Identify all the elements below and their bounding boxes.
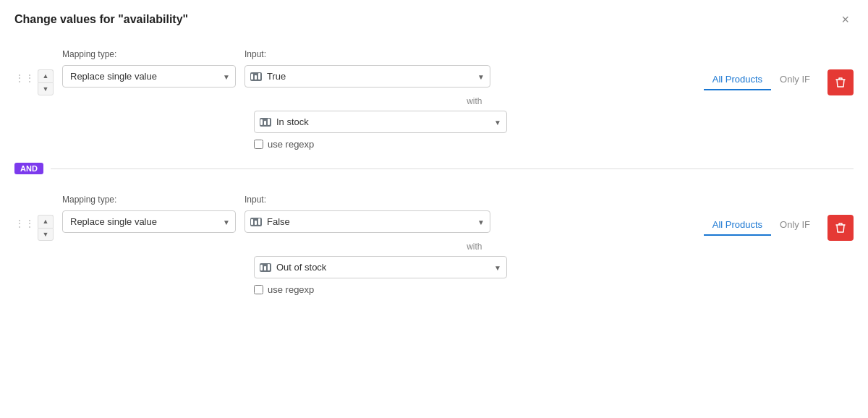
close-button[interactable]: ×: [837, 12, 854, 27]
rule2-regexp-row: use regexp: [254, 284, 695, 295]
rule1-only-if-tab[interactable]: Only IF: [771, 69, 819, 90]
rule2-with-section: with In stock: [62, 242, 695, 295]
rule2-input-icon: [250, 218, 262, 226]
rule2-right-controls: All Products Only IF: [704, 195, 854, 241]
dialog-header: Change values for "availability" ×: [0, 0, 868, 35]
reorder-buttons-2: ▲ ▼: [38, 215, 54, 241]
svg-rect-10: [264, 266, 266, 270]
svg-rect-8: [258, 218, 260, 225]
rule1-left-controls: ⋮⋮ ▲ ▼: [14, 49, 54, 95]
rule1-full-row: ⋮⋮ ▲ ▼ Mapping type: Replace single valu…: [14, 49, 854, 150]
rule1-mapping-section: Mapping type: Replace single value ▼: [62, 49, 236, 88]
svg-rect-7: [255, 221, 257, 225]
and-separator: AND: [0, 163, 868, 174]
svg-rect-0: [251, 74, 253, 80]
rule2-only-if-tab[interactable]: Only IF: [771, 215, 819, 236]
reorder-up-2[interactable]: ▲: [38, 215, 54, 228]
dialog-title: Change values for "availability": [14, 13, 188, 26]
rule1-top-fields: Mapping type: Replace single value ▼ Inp…: [62, 49, 695, 88]
svg-rect-1: [255, 75, 257, 80]
rule1-input-wrapper: True False ▼: [244, 65, 490, 88]
rule1-with-label: with: [254, 96, 695, 106]
rule1-center: Mapping type: Replace single value ▼ Inp…: [62, 49, 695, 150]
rule1-with-section: with In stock: [62, 96, 695, 150]
reorder-buttons-1: ▲ ▼: [38, 69, 54, 95]
rule1-regexp-row: use regexp: [254, 139, 695, 150]
rule2-center: Mapping type: Replace single value ▼ Inp…: [62, 195, 695, 295]
rule2-all-products-tab[interactable]: All Products: [704, 215, 771, 236]
rule1-regexp-checkbox[interactable]: [254, 140, 263, 149]
rule1-with-select[interactable]: In stock Out of stock: [254, 111, 507, 133]
and-badge: AND: [14, 163, 43, 174]
separator-line: [51, 169, 854, 169]
rule1-with-wrapper: In stock Out of stock ▼: [254, 111, 507, 133]
rule2-input-wrapper: True False ▼: [244, 210, 490, 233]
rule1-input-section: Input: True False: [244, 49, 490, 88]
rule2-top-fields: Mapping type: Replace single value ▼ Inp…: [62, 195, 695, 233]
rule1-mapping-select-wrapper: Replace single value ▼: [62, 65, 236, 88]
rule2-input-section: Input: True False: [244, 195, 490, 233]
dialog: Change values for "availability" × ⋮⋮ ▲ …: [0, 0, 868, 418]
rule2-left-controls: ⋮⋮ ▲ ▼: [14, 195, 54, 241]
rule2-target-tabs: All Products Only IF: [704, 215, 819, 236]
rule2-input-select[interactable]: True False: [244, 210, 490, 233]
rule2-input-label: Input:: [244, 195, 490, 205]
drag-handle-2[interactable]: ⋮⋮: [14, 195, 35, 229]
svg-rect-9: [260, 265, 263, 270]
reorder-up-1[interactable]: ▲: [38, 69, 54, 82]
rule2-mapping-select-wrapper: Replace single value ▼: [62, 210, 236, 233]
rule1-target-tabs: All Products Only IF: [704, 69, 819, 90]
svg-rect-5: [268, 119, 270, 125]
rule2-with-wrapper: In stock Out of stock ▼: [254, 256, 507, 278]
rule2-mapping-select[interactable]: Replace single value: [62, 210, 236, 233]
rule1-regexp-label[interactable]: use regexp: [268, 139, 314, 150]
rule1-mapping-label: Mapping type:: [62, 49, 236, 59]
rule2-with-row: In stock Out of stock ▼: [62, 256, 695, 278]
rule1-input-icon: [250, 72, 262, 81]
trash-icon-1: [835, 77, 846, 88]
svg-rect-6: [251, 219, 253, 225]
rule-block-1: ⋮⋮ ▲ ▼ Mapping type: Replace single valu…: [0, 35, 868, 157]
rule1-input-select[interactable]: True False: [244, 65, 490, 88]
svg-rect-2: [258, 73, 260, 80]
drag-handle-1[interactable]: ⋮⋮: [14, 49, 35, 84]
rule2-regexp-checkbox[interactable]: [254, 285, 263, 294]
rule-block-2: ⋮⋮ ▲ ▼ Mapping type: Replace single valu…: [0, 180, 868, 302]
rule2-with-select[interactable]: In stock Out of stock: [254, 256, 507, 278]
rule2-with-label: with: [254, 242, 695, 252]
trash-icon-2: [835, 222, 846, 234]
rule2-delete-button[interactable]: [827, 215, 854, 241]
svg-rect-11: [268, 264, 270, 270]
rule1-delete-button[interactable]: [827, 69, 854, 95]
rule1-with-row: In stock Out of stock ▼: [62, 111, 695, 133]
rule2-full-row: ⋮⋮ ▲ ▼ Mapping type: Replace single valu…: [14, 195, 854, 295]
svg-rect-3: [260, 119, 263, 125]
rule1-input-label: Input:: [244, 49, 490, 59]
reorder-down-2[interactable]: ▼: [38, 228, 54, 241]
reorder-down-1[interactable]: ▼: [38, 82, 54, 95]
rule2-mapping-label: Mapping type:: [62, 195, 236, 205]
rule1-all-products-tab[interactable]: All Products: [704, 69, 771, 90]
svg-rect-4: [264, 121, 266, 125]
rule1-mapping-select[interactable]: Replace single value: [62, 65, 236, 88]
rule2-mapping-section: Mapping type: Replace single value ▼: [62, 195, 236, 233]
rule2-with-icon: [260, 263, 271, 272]
rule2-regexp-label[interactable]: use regexp: [268, 284, 314, 295]
rule1-with-icon: [260, 118, 271, 127]
rule1-right-controls: All Products Only IF: [704, 49, 854, 95]
